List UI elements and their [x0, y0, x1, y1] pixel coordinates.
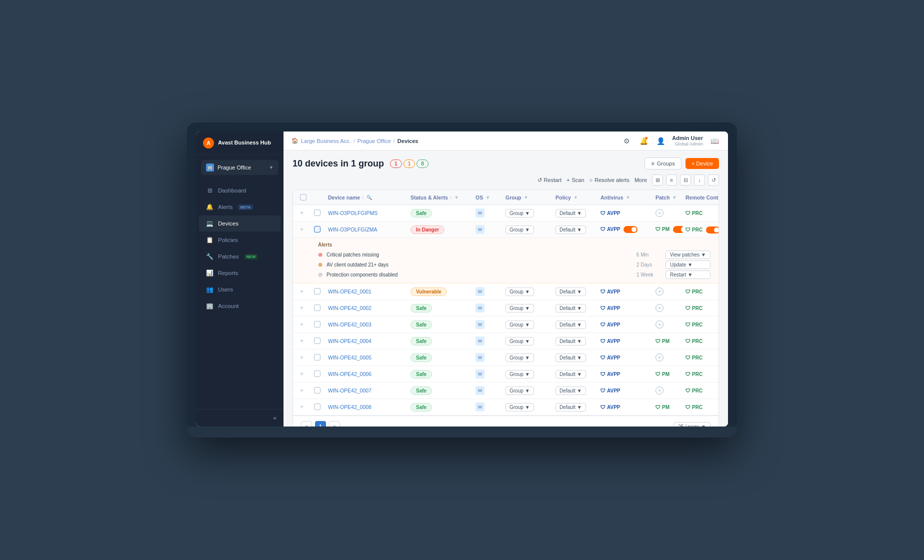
device-link[interactable]: WIN-OPE42_0005	[328, 354, 372, 360]
group-select[interactable]: Group ▼	[506, 209, 534, 218]
row-add[interactable]: +	[297, 334, 311, 348]
rc-toggle[interactable]	[706, 226, 719, 234]
row-add[interactable]: +	[297, 284, 311, 298]
row-checkbox[interactable]	[311, 334, 325, 348]
row-checkbox[interactable]	[311, 384, 325, 398]
sidebar-item-devices[interactable]: 💻 Devices	[199, 216, 280, 232]
patch-filter-icon[interactable]: ▼	[672, 195, 677, 200]
sidebar-collapse-button[interactable]: «	[196, 409, 284, 426]
policy-select[interactable]: Default ▼	[556, 288, 586, 296]
sidebar-item-account[interactable]: 🏢 Account	[199, 298, 280, 314]
settings-icon[interactable]: ⚙	[621, 136, 632, 146]
status-filter-icon[interactable]: ▼	[454, 195, 458, 200]
policy-filter-icon[interactable]: ▼	[574, 195, 578, 200]
device-link[interactable]: WIN-OPE42_0003	[328, 322, 372, 328]
breadcrumb-account[interactable]: Large Business Acc.	[301, 138, 351, 144]
group-select[interactable]: Group ▼	[506, 403, 534, 412]
row-add[interactable]: +	[297, 301, 311, 315]
download-button[interactable]: ↓	[694, 174, 705, 186]
refresh-button[interactable]: ↺	[708, 174, 719, 186]
policy-select[interactable]: Default ▼	[556, 226, 586, 234]
group-select[interactable]: Group ▼	[506, 386, 534, 395]
view-columns-button[interactable]: ⊟	[680, 174, 691, 186]
office-selector[interactable]: 🏢 Prague Office ▼	[201, 160, 278, 175]
group-select[interactable]: Group ▼	[506, 304, 534, 312]
row-checkbox[interactable]	[311, 367, 325, 382]
view-list-button[interactable]: ≡	[666, 174, 677, 186]
av-toggle[interactable]	[624, 226, 638, 233]
row-checkbox[interactable]	[311, 284, 325, 299]
row-add[interactable]: +	[297, 206, 311, 220]
next-page-button[interactable]: >	[329, 421, 340, 426]
device-link[interactable]: WIN-OPE42_0002	[328, 305, 372, 311]
row-checkbox[interactable]	[311, 400, 325, 414]
restart-action[interactable]: ↺ Restart	[538, 177, 562, 184]
table-row: + WIN-OPE42_0003 Safe W Group ▼ Default …	[293, 316, 718, 333]
device-name-sort-icon[interactable]: ↕	[362, 195, 364, 200]
notifications-icon[interactable]: 🔔	[638, 136, 649, 146]
policy-select[interactable]: Default ▼	[556, 370, 586, 378]
more-action[interactable]: More	[634, 177, 647, 183]
device-link[interactable]: WIN-OPE42_0007	[328, 388, 372, 394]
device-link[interactable]: WIN-OPE42_0008	[328, 404, 372, 410]
device-link[interactable]: WIN-OPE42_0001	[328, 288, 372, 294]
sidebar-item-reports[interactable]: 📊 Reports	[199, 265, 280, 281]
row-add[interactable]: +	[297, 384, 311, 398]
update-action[interactable]: Update ▼	[666, 260, 710, 269]
row-add[interactable]: +	[297, 222, 311, 236]
alert-item: ⊗ AV client outdated 21+ days 2 Days Upd…	[318, 260, 710, 269]
groups-button[interactable]: ≡ Groups	[644, 158, 682, 170]
row-add[interactable]: +	[297, 367, 311, 381]
policy-select[interactable]: Default ▼	[556, 386, 586, 395]
status-sort-icon[interactable]: ↕	[450, 195, 452, 200]
per-page-selector[interactable]: 25 / page ▼	[674, 422, 710, 427]
os-filter-icon[interactable]: ▼	[486, 195, 490, 200]
policy-select[interactable]: Default ▼	[556, 304, 586, 312]
row-add[interactable]: +	[297, 318, 311, 332]
sidebar-item-policies[interactable]: 📋 Policies	[199, 232, 280, 248]
rc-badge: 🛡 PRC	[686, 388, 702, 394]
row-checkbox[interactable]	[311, 222, 325, 237]
group-filter-icon[interactable]: ▼	[524, 195, 528, 200]
row-checkbox[interactable]	[311, 206, 325, 220]
resolve-alerts-action[interactable]: ○ Resolve alerts	[590, 177, 630, 183]
group-select[interactable]: Group ▼	[506, 226, 534, 234]
sidebar-item-patches[interactable]: 🔧 Patches NEW	[199, 248, 280, 264]
antivirus-filter-icon[interactable]: ▼	[626, 195, 630, 200]
add-device-button[interactable]: + Device	[686, 158, 719, 169]
group-select[interactable]: Group ▼	[506, 354, 534, 362]
group-select[interactable]: Group ▼	[506, 320, 534, 329]
help-icon[interactable]: 📖	[709, 136, 720, 146]
group-select[interactable]: Group ▼	[506, 370, 534, 378]
device-link[interactable]: WIN-OPE42_0006	[328, 371, 372, 377]
view-patches-action[interactable]: View patches ▼	[666, 250, 710, 259]
policy-select[interactable]: Default ▼	[556, 403, 586, 412]
row-add[interactable]: +	[297, 400, 311, 414]
prev-page-button[interactable]: <	[301, 421, 312, 426]
patch-cell: 🛡 PM	[652, 368, 682, 380]
device-link[interactable]: WIN-OPE42_0004	[328, 338, 372, 344]
breadcrumb-office[interactable]: Prague Office	[358, 138, 391, 144]
restart-action[interactable]: Restart ▼	[666, 270, 710, 279]
device-name-filter-icon[interactable]: 🔍	[366, 195, 372, 200]
policy-select[interactable]: Default ▼	[556, 320, 586, 329]
user-avatar-icon[interactable]: 👤	[655, 136, 666, 146]
scan-action[interactable]: + Scan	[566, 177, 584, 183]
policy-select[interactable]: Default ▼	[556, 209, 586, 218]
row-add[interactable]: +	[297, 350, 311, 364]
sidebar-item-dashboard[interactable]: ⊞ Dashboard	[199, 182, 280, 198]
sidebar-item-users[interactable]: 👥 Users	[199, 282, 280, 298]
group-select[interactable]: Group ▼	[506, 337, 534, 346]
policy-select[interactable]: Default ▼	[556, 354, 586, 362]
row-checkbox[interactable]	[311, 301, 325, 316]
device-link[interactable]: WIN-O3POLFGIZMA	[328, 226, 378, 232]
row-checkbox[interactable]	[311, 350, 325, 365]
patch-toggle[interactable]	[673, 226, 682, 233]
group-select[interactable]: Group ▼	[506, 288, 534, 296]
view-grid-button[interactable]: ⊞	[652, 174, 663, 186]
row-checkbox[interactable]	[311, 318, 325, 332]
device-link[interactable]: WIN-O3POLFGIPMS	[328, 210, 378, 216]
sidebar-item-alerts[interactable]: 🔔 Alerts BETA	[199, 199, 280, 215]
policy-select[interactable]: Default ▼	[556, 337, 586, 346]
select-all-checkbox[interactable]	[300, 194, 306, 200]
